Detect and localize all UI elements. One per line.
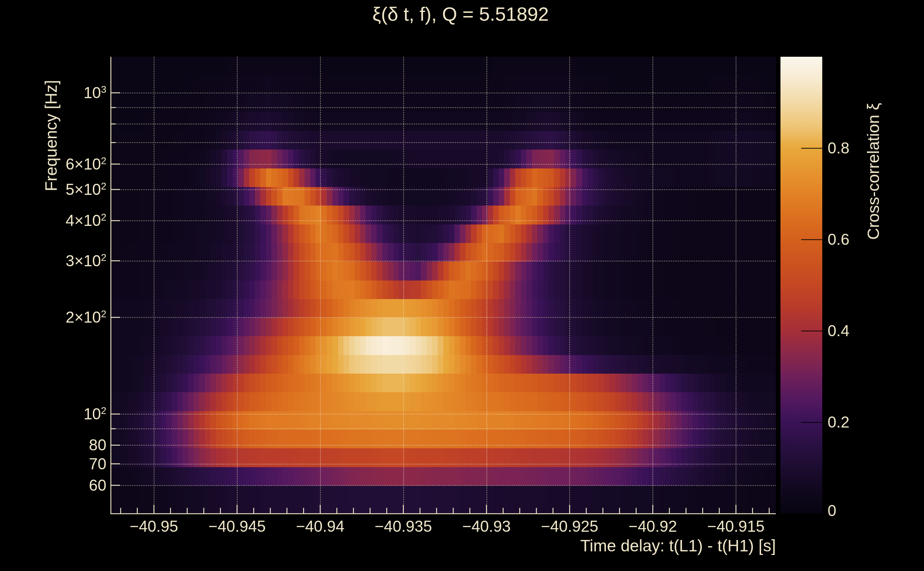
y-tick-label: 80 [17, 436, 107, 454]
colorbar-tick-label: 0.2 [828, 413, 849, 431]
colorbar-tick-label: 0.8 [828, 139, 849, 157]
y-tick-label: 6×102 [17, 155, 107, 173]
x-tick-label: −40.93 [462, 517, 511, 536]
x-tick-label: −40.95 [130, 517, 178, 536]
x-axis-label: Time delay: t(L1) - t(H1) [s] [580, 536, 776, 555]
colorbar-tick-label: 0.6 [828, 230, 849, 248]
y-tick-label: 102 [17, 405, 107, 423]
colorbar-label: Cross-correlation ξ [864, 103, 883, 240]
y-tick-label: 60 [17, 477, 107, 494]
y-tick-label: 103 [17, 84, 107, 102]
y-tick-label: 3×102 [17, 252, 107, 270]
x-tick-label: −40.92 [628, 517, 677, 536]
x-tick-label: −40.945 [209, 517, 266, 536]
chart-figure: ξ(δ t, f), Q = 5.51892 Frequency [Hz] Ti… [0, 0, 924, 571]
x-tick-label: −40.94 [296, 517, 345, 536]
colorbar-tick-label: 0.4 [828, 322, 849, 340]
x-tick-label: −40.915 [707, 517, 765, 536]
y-tick-label: 70 [17, 455, 107, 473]
axes-grid-canvas [0, 0, 924, 571]
y-tick-label: 4×102 [17, 211, 107, 230]
y-tick-label: 5×102 [17, 181, 107, 199]
colorbar-tick-label: 0 [828, 502, 836, 520]
x-tick-label: −40.925 [541, 517, 598, 536]
y-tick-label: 2×102 [17, 308, 107, 327]
chart-title: ξ(δ t, f), Q = 5.51892 [372, 3, 549, 25]
x-tick-label: −40.935 [375, 517, 432, 536]
